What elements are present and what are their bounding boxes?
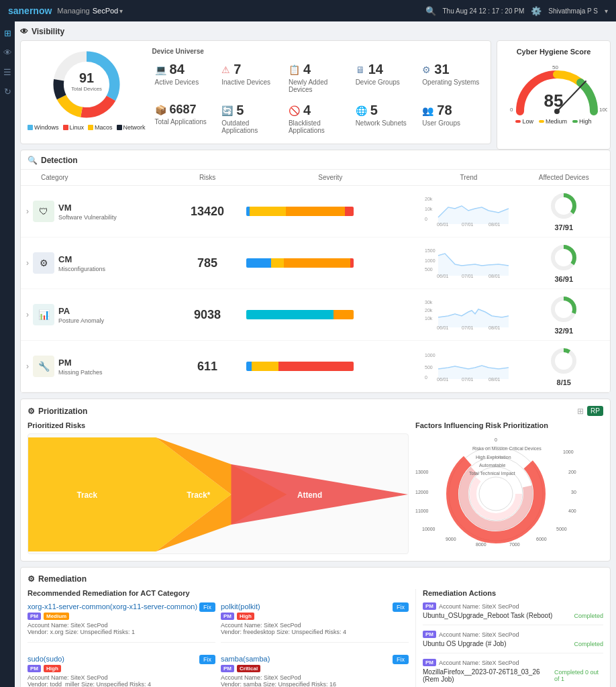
pa-affected: 32/91 (517, 289, 610, 341)
cm-sev-yellow (271, 258, 284, 268)
pm-code: PM (58, 358, 103, 368)
rem-item-2-vendor: Vendor: freedesktop Size: Unspecified Ri… (221, 629, 409, 635)
prio-header: ⚙ Prioritization ⊞ RP (28, 406, 603, 416)
pa-trend: 30k 20k 10k 06/01 07/01 08/01 (419, 289, 517, 341)
action-3-account: Account Name: SiteX SecPod (439, 659, 519, 666)
cm-expand-arrow[interactable]: › (26, 258, 29, 268)
vm-risks: 13420 (174, 186, 241, 237)
svg-text:08/01: 08/01 (489, 325, 501, 330)
rem-item-2-title: polkit(polkit) (221, 602, 260, 611)
stat-network-subnets: 🌐 5 Network Subnets (353, 100, 417, 137)
pm-severity-bar (246, 362, 354, 371)
search-icon[interactable]: 🔍 (425, 6, 436, 16)
rem-content: Recommended Remediation for ACT Category… (28, 589, 603, 687)
donut-container: 91 Total Devices Windows Linux (28, 48, 146, 137)
os-label: Operating Systems (422, 78, 479, 86)
prio-expand-icon[interactable]: ⊞ (577, 407, 584, 416)
settings-icon[interactable]: ⚙️ (531, 6, 542, 16)
visibility-eye-icon: 👁 (20, 27, 28, 36)
fix-button-2[interactable]: Fix (393, 602, 409, 612)
blacklisted-icon: 🚫 (289, 105, 300, 116)
col-affected: Affected Devices (517, 170, 610, 186)
pm-expand-arrow[interactable]: › (26, 362, 29, 371)
pm-risks: 611 (174, 341, 241, 392)
fix-button-1[interactable]: Fix (199, 602, 215, 612)
blacklisted-value: 4 (303, 103, 311, 118)
pm-label: Missing Patches (58, 369, 103, 376)
gauge-high: High (572, 118, 592, 125)
svg-text:10k: 10k (425, 207, 433, 211)
table-row: › ⚙ CM Misconfigurations 785 (21, 237, 610, 289)
donut-legend: Windows Linux Macos (28, 124, 146, 131)
device-groups-label: Device Groups (356, 78, 400, 86)
pa-expand-arrow[interactable]: › (26, 310, 29, 319)
svg-text:Track*: Track* (187, 490, 211, 500)
radial-svg: 0 1000 2000 3000 4000 5000 6000 7000 800… (415, 433, 576, 547)
top-navigation: sanernow Managing SecPod ▾ 🔍 Thu Aug 24 … (0, 0, 616, 21)
visibility-title: Visibility (32, 27, 64, 36)
vm-affected-label: 37/91 (523, 223, 605, 231)
badge-high-3: High (44, 665, 61, 672)
action-3-status: Completed 0 out of 1 (554, 669, 603, 682)
svg-text:2000: 2000 (568, 470, 576, 474)
svg-text:13000: 13000 (415, 470, 429, 474)
blacklisted-label: Blacklisted Applications (289, 119, 348, 134)
vm-code: VM (58, 203, 117, 213)
svg-text:07/01: 07/01 (462, 377, 474, 382)
stat-newly-added: 📋 4 Newly Added Devices (286, 59, 350, 96)
pa-severity (241, 289, 419, 341)
svg-text:08/01: 08/01 (489, 222, 501, 227)
badge-medium: Medium (44, 613, 69, 620)
svg-text:0: 0 (425, 217, 427, 221)
action-badge-1: PM (423, 602, 436, 610)
os-value: 31 (434, 62, 449, 77)
visibility-section-header: 👁 Visibility (20, 27, 611, 36)
svg-text:30k: 30k (425, 300, 433, 305)
sidebar: ⊞ 👁 ☰ ↻ (0, 21, 15, 687)
legend-macos: Macos (88, 124, 113, 131)
donut-chart: 91 Total Devices (50, 48, 123, 121)
outdated-apps-value: 5 (236, 103, 244, 118)
pa-sev-orange (333, 310, 354, 319)
stat-active-devices: 💻 84 Active Devices (152, 59, 217, 96)
legend-linux: Linux (63, 124, 85, 131)
dropdown-icon[interactable]: ▾ (119, 7, 123, 15)
action-3-task: MozillaFirefox__2023-07-26T18_03_26 (Rem… (423, 668, 554, 683)
pa-trend-chart: 30k 20k 10k 06/01 07/01 08/01 (425, 297, 512, 331)
rem-item-2-badges: PM High (221, 613, 409, 620)
user-dropdown-icon[interactable]: ▾ (605, 7, 608, 15)
user-name: Shivathmaja P S (548, 7, 598, 15)
svg-text:20k: 20k (425, 197, 433, 201)
legend-windows: Windows (28, 124, 59, 131)
vm-expand-arrow[interactable]: › (26, 207, 29, 216)
rem-items-grid: xorg-x11-server-common(xorg-x11-server-c… (28, 602, 409, 687)
legend-network: Network (117, 124, 146, 131)
svg-point-70 (473, 471, 519, 517)
sidebar-graph-icon[interactable]: ↻ (4, 87, 11, 97)
main-content: 👁 Visibility (15, 21, 616, 687)
fix-button-3[interactable]: Fix (199, 655, 215, 664)
vm-sev-red (345, 207, 354, 216)
cm-code: CM (58, 254, 105, 264)
svg-text:5000: 5000 (556, 527, 567, 531)
rem-right-title: Remediation Actions (423, 589, 603, 597)
vm-affected: 37/91 (517, 186, 610, 237)
vm-sev-orange (286, 207, 345, 216)
fix-button-4[interactable]: Fix (393, 655, 409, 664)
action-1-task: Ubuntu_OSUpgrade_Reboot Task (Reboot) (423, 612, 552, 619)
prio-icon: ⚙ (28, 407, 35, 416)
rem-left-title: Recommended Remediation for ACT Category (28, 589, 409, 597)
action-2-account: Account Name: SiteX SecPod (439, 631, 519, 638)
pm-sev-blue (246, 362, 252, 371)
action-badge-2: PM (423, 631, 436, 638)
badge-high-2: High (237, 613, 254, 620)
sidebar-home-icon[interactable]: ⊞ (4, 28, 11, 38)
sidebar-eye-icon[interactable]: 👁 (3, 48, 12, 58)
newly-added-value: 4 (303, 62, 311, 77)
badge-pm-4: PM (221, 665, 234, 672)
table-row: › 📊 PA Posture Anomaly 9038 (21, 289, 610, 341)
svg-text:500: 500 (425, 365, 433, 370)
svg-text:3000: 3000 (571, 490, 576, 494)
inactive-devices-label: Inactive Devices (221, 78, 270, 86)
sidebar-list-icon[interactable]: ☰ (3, 67, 11, 77)
